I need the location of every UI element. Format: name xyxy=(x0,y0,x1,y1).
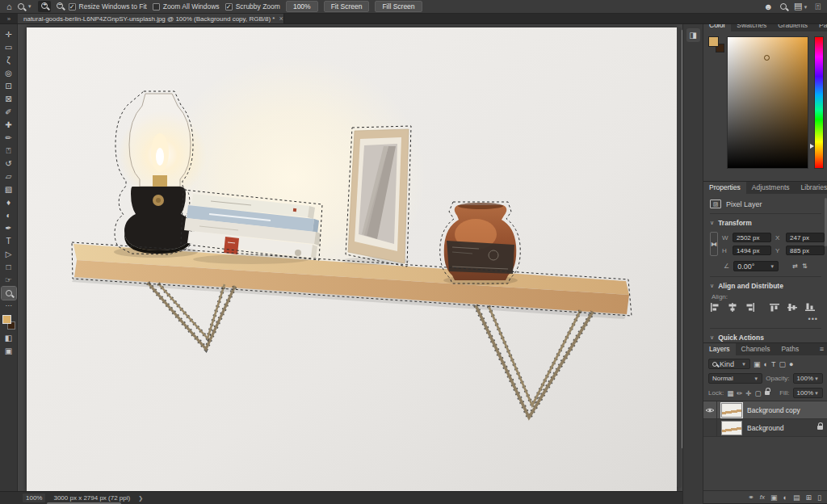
blur-tool[interactable]: ♦ xyxy=(2,196,16,209)
align-middle-vertical-icon[interactable] xyxy=(787,303,797,312)
filter-adjustment-layers-icon[interactable]: ◐ xyxy=(764,359,768,369)
visibility-toggle[interactable] xyxy=(703,419,717,436)
color-swatch-pair[interactable] xyxy=(708,36,724,52)
fill-screen-button[interactable]: Fill Screen xyxy=(375,1,422,12)
align-left-icon[interactable] xyxy=(710,303,720,312)
clone-stamp-tool[interactable]: ⍞ xyxy=(2,145,16,158)
edit-toolbar-icon[interactable]: ⋯ xyxy=(2,300,16,313)
x-field[interactable]: 247 px xyxy=(786,233,825,242)
hue-slider[interactable] xyxy=(814,36,824,169)
lock-transparency-icon[interactable]: ▦ xyxy=(727,389,733,397)
pen-tool[interactable]: ✒ xyxy=(2,222,16,235)
opacity-select[interactable]: 100%▼ xyxy=(793,373,823,384)
gradient-tool[interactable]: ▧ xyxy=(2,183,16,196)
crop-tool[interactable]: ⊡ xyxy=(2,80,16,93)
tab-paths[interactable]: Paths xyxy=(775,343,804,355)
move-tool[interactable]: ✛ xyxy=(2,28,16,41)
zoom-in-button[interactable]: + xyxy=(38,1,51,12)
y-field[interactable]: 885 px xyxy=(786,246,825,255)
link-dimensions-icon[interactable]: ⧓ xyxy=(710,232,718,256)
lasso-tool[interactable]: ζ xyxy=(2,54,16,67)
layer-name[interactable]: Background copy xyxy=(747,406,823,414)
frame-tool[interactable]: ⊠ xyxy=(2,93,16,106)
adjustment-layer-icon[interactable]: ◐ xyxy=(783,492,787,503)
filter-smart-objects-icon[interactable]: ● xyxy=(789,359,793,369)
add-mask-icon[interactable]: ▣ xyxy=(770,492,778,503)
marquee-tool[interactable]: ▭ xyxy=(2,41,16,54)
eyedropper-tool[interactable]: ✐ xyxy=(2,106,16,119)
hand-tool[interactable]: ☞ xyxy=(2,274,16,287)
dodge-tool[interactable]: ◐ xyxy=(2,209,16,222)
lock-position-icon[interactable]: ✛ xyxy=(745,389,751,397)
lock-all-icon[interactable] xyxy=(765,391,770,395)
kind-filter-select[interactable]: Kind▼ xyxy=(708,359,750,369)
history-brush-tool[interactable]: ↺ xyxy=(2,158,16,170)
tab-overflow-icon[interactable]: » xyxy=(0,14,18,23)
status-zoom-field[interactable]: 100% xyxy=(23,494,45,502)
share-icon[interactable]: ⍐ xyxy=(815,2,821,10)
new-layer-icon[interactable]: ⊞ xyxy=(806,492,812,503)
fit-screen-button[interactable]: Fit Screen xyxy=(324,1,370,12)
width-field[interactable]: 2502 px xyxy=(733,233,771,242)
eraser-tool[interactable]: ▱ xyxy=(2,170,16,183)
blend-mode-select[interactable]: Normal▼ xyxy=(708,373,762,384)
color-marker[interactable] xyxy=(764,55,770,61)
flip-vertical-icon[interactable]: ⇅ xyxy=(802,262,808,270)
flip-horizontal-icon[interactable]: ⇄ xyxy=(792,262,798,270)
tab-channels[interactable]: Channels xyxy=(736,343,776,355)
tab-properties[interactable]: Properties xyxy=(703,182,746,194)
close-icon[interactable]: × xyxy=(279,15,283,23)
color-swatches[interactable] xyxy=(2,315,16,330)
zoom-tool-preset[interactable]: ▼ xyxy=(18,3,32,10)
lock-artboard-icon[interactable]: ▢ xyxy=(754,389,761,397)
type-tool[interactable]: T xyxy=(2,235,16,248)
angle-field[interactable]: 0.00°▼ xyxy=(733,261,779,271)
screen-mode-icon[interactable]: ▣ xyxy=(2,345,16,358)
workspace-icon[interactable]: ▤▼ xyxy=(794,2,808,11)
align-center-horizontal-icon[interactable] xyxy=(728,303,737,312)
layer-row-background[interactable]: Background xyxy=(703,419,827,437)
transform-section-header[interactable]: Transform xyxy=(710,214,821,230)
new-group-icon[interactable]: ▤ xyxy=(793,492,800,503)
layer-thumbnail[interactable] xyxy=(721,403,742,418)
height-field[interactable]: 1494 px xyxy=(733,246,771,255)
status-chevron-icon[interactable]: ❯ xyxy=(138,495,143,502)
vertical-scrollbar[interactable] xyxy=(677,27,682,488)
tab-libraries[interactable]: Libraries xyxy=(796,182,827,194)
resize-windows-checkbox[interactable]: ✓Resize Windows to Fit xyxy=(69,2,147,10)
zoom-out-button[interactable]: − xyxy=(57,2,63,10)
more-options-icon[interactable]: ••• xyxy=(710,313,821,329)
account-icon[interactable]: ☻ xyxy=(763,2,773,10)
filter-pixel-layers-icon[interactable]: ▣ xyxy=(754,359,761,369)
brush-tool[interactable]: ✏ xyxy=(2,132,16,145)
document-canvas[interactable] xyxy=(27,27,677,491)
lock-pixels-icon[interactable]: ✏ xyxy=(737,389,742,397)
align-bottom-icon[interactable] xyxy=(805,303,815,312)
layer-row-background-copy[interactable]: Background copy xyxy=(703,401,827,419)
align-right-icon[interactable] xyxy=(745,303,755,312)
fill-select[interactable]: 100%▼ xyxy=(793,388,823,398)
path-selection-tool[interactable]: ▷ xyxy=(2,248,16,261)
zoom-level-button[interactable]: 100% xyxy=(286,1,318,12)
hue-slider-arrow[interactable] xyxy=(810,144,814,149)
layer-style-icon[interactable]: fx xyxy=(760,492,765,503)
link-layers-icon[interactable]: ⚭ xyxy=(748,492,754,503)
object-selection-tool[interactable]: ◎ xyxy=(2,67,16,80)
saturation-box[interactable] xyxy=(727,36,808,169)
quick-actions-header[interactable]: Quick Actions xyxy=(710,329,821,345)
filter-shape-layers-icon[interactable]: ▢ xyxy=(779,359,786,369)
layer-name[interactable]: Background xyxy=(747,424,817,432)
tab-layers[interactable]: Layers xyxy=(703,343,736,355)
shape-tool[interactable]: □ xyxy=(2,261,16,274)
filter-type-layers-icon[interactable]: T xyxy=(771,359,776,369)
foreground-color-swatch[interactable] xyxy=(708,36,719,47)
document-tab[interactable]: natural-goods-berlin-L6NP4ZGnpSY-unsplas… xyxy=(18,14,284,23)
home-icon[interactable]: ⌂ xyxy=(6,2,12,10)
foreground-color-swatch[interactable] xyxy=(2,315,11,324)
delete-layer-icon[interactable]: ▯ xyxy=(817,492,821,503)
zoom-all-windows-checkbox[interactable]: Zoom All Windows xyxy=(153,2,220,10)
zoom-tool[interactable] xyxy=(2,287,16,300)
quick-mask-icon[interactable]: ◧ xyxy=(2,332,16,345)
collapsed-panel-icon[interactable]: ◨ xyxy=(686,28,700,42)
tab-adjustments[interactable]: Adjustments xyxy=(746,182,796,194)
